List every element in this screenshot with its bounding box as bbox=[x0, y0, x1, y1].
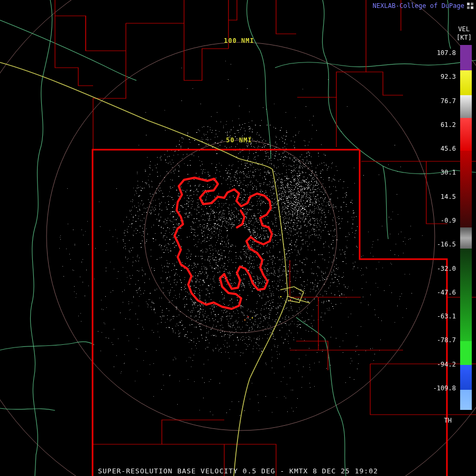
county-line bbox=[55, 0, 93, 86]
radar-display: 100 NMI 50 NMI NEXLAB-College of DuPage … bbox=[0, 0, 476, 476]
colorbar-tick: -47.6 bbox=[429, 289, 456, 296]
colorbar-title: VEL bbox=[458, 25, 470, 33]
colorbar-tick: 45.6 bbox=[429, 145, 456, 152]
county-line bbox=[296, 341, 328, 370]
county-line bbox=[318, 297, 403, 350]
highways bbox=[0, 62, 310, 476]
river-segment bbox=[296, 317, 325, 338]
warning-polygon bbox=[175, 178, 272, 309]
range-ring-100nmi bbox=[47, 42, 435, 431]
county-line bbox=[184, 0, 228, 80]
range-ring-150nmi bbox=[0, 0, 476, 476]
colorbar-tick: -63.1 bbox=[429, 313, 456, 319]
colorbar-bottom-label: TH bbox=[444, 417, 452, 424]
range-ring-label-50nmi: 50 NMI bbox=[226, 136, 252, 144]
colorbar-tick: 92.3 bbox=[429, 74, 456, 80]
cod-logo-icon bbox=[466, 2, 474, 10]
river-segment bbox=[0, 20, 136, 80]
colorbar-tick: 30.1 bbox=[429, 169, 456, 176]
colorbar-tick: -0.9 bbox=[429, 217, 456, 224]
colorbar-tick: 76.7 bbox=[429, 98, 456, 104]
river-segment bbox=[0, 408, 55, 410]
county-line bbox=[290, 260, 361, 297]
colorbar-tick: -78.7 bbox=[429, 337, 456, 343]
colorbar-tick: -16.5 bbox=[429, 241, 456, 248]
river-segment bbox=[383, 166, 388, 239]
county-line bbox=[366, 72, 403, 95]
county-line bbox=[162, 420, 224, 444]
highway-segment bbox=[234, 296, 288, 476]
range-rings bbox=[0, 0, 476, 476]
county-line bbox=[93, 23, 126, 150]
river-segment bbox=[31, 0, 52, 476]
map-overlay bbox=[0, 0, 476, 476]
county-line bbox=[276, 0, 296, 34]
rivers bbox=[0, 0, 476, 476]
colorbar-gradient bbox=[460, 45, 472, 410]
colorbar-ticks: 107.8 92.3 76.7 61.2 45.6 30.1 14.5 -0.9… bbox=[429, 50, 456, 391]
colorbar-tick: -94.2 bbox=[429, 361, 456, 368]
colorbar-tick: 61.2 bbox=[429, 122, 456, 128]
colorbar-tick: 14.5 bbox=[429, 194, 456, 200]
colorbar-units: [KT] bbox=[456, 34, 472, 41]
colorbar-tick: -109.8 bbox=[429, 385, 456, 391]
colorbar-tick: -32.0 bbox=[429, 266, 456, 272]
product-caption: SUPER-RESOLUTION BASE VELOCITY 0.5 DEG -… bbox=[0, 467, 476, 475]
county-line bbox=[297, 0, 366, 97]
brand-text: NEXLAB-College of DuPage bbox=[373, 2, 464, 10]
warning-polygon-detail bbox=[237, 210, 244, 227]
county-line bbox=[228, 0, 237, 20]
river-segment bbox=[0, 342, 94, 350]
colorbar-tick: 107.8 bbox=[429, 50, 456, 56]
river-segment bbox=[247, 0, 271, 159]
warning-polygon-outline bbox=[175, 178, 272, 309]
highway-segment bbox=[280, 287, 304, 303]
state-boundaries bbox=[93, 150, 447, 476]
range-ring-label-100nmi: 100 NMI bbox=[224, 37, 254, 44]
state-border-utah-west-north bbox=[93, 150, 360, 476]
county-boundaries bbox=[55, 0, 476, 476]
highway-segment bbox=[0, 62, 239, 159]
county-line bbox=[55, 16, 126, 51]
